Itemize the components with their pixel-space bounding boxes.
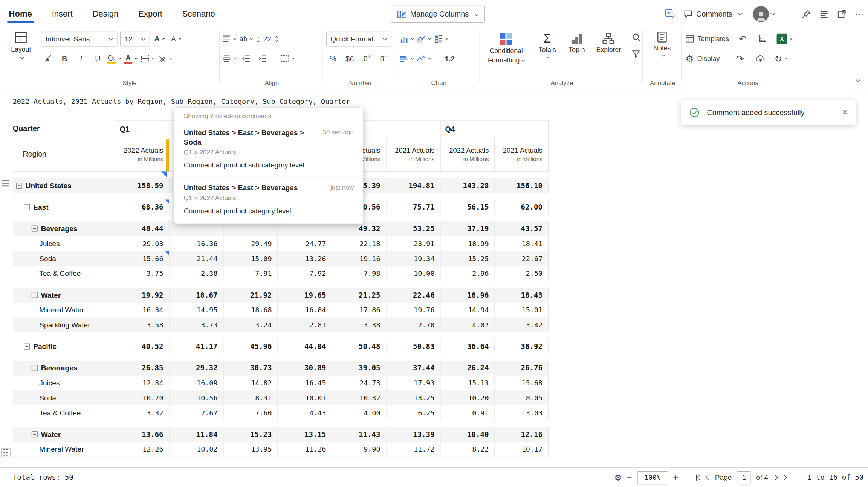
table-cell[interactable]: 37.19 — [440, 221, 494, 236]
zoom-in-button[interactable]: + — [673, 473, 678, 482]
table-cell[interactable]: 21.25 — [332, 288, 386, 303]
table-cell[interactable]: 62.00 — [494, 199, 549, 215]
table-cell[interactable] — [277, 221, 332, 236]
page-number-input[interactable]: 1 — [737, 471, 751, 484]
display-button[interactable]: ⚙ Display — [685, 52, 720, 66]
comments-button[interactable]: Comments — [683, 9, 742, 18]
currency-format-button[interactable]: $€ — [343, 52, 357, 66]
table-cell[interactable]: 3.75 — [115, 266, 169, 281]
quick-format-select[interactable]: Quick Format — [326, 31, 391, 46]
merge-cells-button[interactable] — [280, 52, 295, 66]
table-cell[interactable]: 8.31 — [223, 390, 277, 405]
table-cell[interactable]: 16.45 — [277, 376, 332, 391]
search-icon[interactable] — [632, 33, 641, 42]
menu-lines-icon[interactable] — [819, 9, 829, 18]
table-cell[interactable]: 16.09 — [169, 376, 223, 391]
column-header[interactable]: 2021 Actualsin Millions — [494, 137, 549, 171]
table-cell[interactable]: 194.81 — [386, 178, 440, 193]
totals-button[interactable]: Σ Totals — [534, 30, 561, 59]
comment-indicator-icon[interactable] — [165, 251, 169, 255]
sparkline-button[interactable] — [417, 52, 431, 66]
table-row[interactable]: Juices12.8416.0914.8216.4524.7317.9315.1… — [13, 376, 549, 391]
table-cell[interactable]: 19.92 — [115, 288, 169, 303]
table-cell[interactable]: 24.77 — [277, 236, 332, 251]
table-cell[interactable]: 50.48 — [332, 339, 386, 354]
increase-decimal-button[interactable]: .0+ — [359, 52, 373, 66]
layout-button[interactable]: Layout — [6, 29, 37, 59]
table-cell[interactable]: 13.39 — [386, 427, 440, 442]
increase-font-button[interactable]: A — [153, 32, 167, 46]
bold-button[interactable]: B — [58, 52, 72, 66]
collapse-toggle-icon[interactable] — [32, 226, 38, 232]
table-row[interactable]: Soda15.6621.4415.0913.2619.1619.3415.252… — [13, 251, 549, 266]
table-cell[interactable]: 4.00 — [332, 405, 386, 420]
table-cell[interactable]: 29.32 — [169, 361, 223, 376]
add-annotation-icon[interactable] — [665, 9, 675, 19]
next-page-button[interactable] — [773, 476, 777, 479]
decrease-indent-button[interactable] — [239, 52, 253, 66]
column-header[interactable]: 2022 Actualsin Millions — [115, 137, 169, 171]
collapse-toggle-icon[interactable] — [32, 431, 38, 437]
table-cell[interactable]: 8.22 — [440, 442, 494, 457]
table-cell[interactable]: 30.89 — [277, 361, 332, 376]
decimal-places-button[interactable]: 1.2 — [443, 52, 457, 66]
increase-indent-button[interactable] — [256, 52, 270, 66]
table-cell[interactable]: 0.91 — [440, 405, 494, 420]
table-cell[interactable]: 10.01 — [277, 390, 332, 405]
zoom-out-button[interactable]: − — [627, 473, 632, 482]
horizontal-align-button[interactable] — [223, 32, 237, 46]
templates-button[interactable]: Templates — [685, 32, 729, 46]
table-cell[interactable]: 17.86 — [332, 303, 386, 318]
table-cell[interactable]: 38.92 — [494, 339, 549, 354]
underline-button[interactable]: U — [91, 52, 105, 66]
table-cell[interactable]: 6.25 — [386, 405, 440, 420]
row-drag-handle[interactable] — [2, 180, 9, 186]
export-excel-button[interactable]: X — [777, 32, 793, 46]
table-cell[interactable]: 15.23 — [223, 427, 277, 442]
zoom-level-input[interactable]: 100% — [637, 471, 668, 484]
table-cell[interactable]: 29.03 — [115, 236, 169, 251]
table-cell[interactable]: 15.01 — [494, 303, 549, 318]
table-cell[interactable]: 44.04 — [277, 339, 332, 354]
table-cell[interactable]: 40.52 — [115, 339, 169, 354]
table-cell[interactable]: 17.93 — [386, 376, 440, 391]
pin-icon[interactable] — [802, 9, 811, 18]
table-cell[interactable]: 13.25 — [386, 390, 440, 405]
row-height-stepper[interactable] — [273, 36, 278, 41]
table-cell[interactable]: 10.40 — [440, 427, 494, 442]
table-cell[interactable]: 24.73 — [332, 376, 386, 391]
conditional-formatting-button[interactable]: Conditional Formatting — [483, 30, 530, 65]
italic-button[interactable]: I — [74, 52, 88, 66]
table-row[interactable]: Water19.9218.6721.9219.6521.2522.4618.96… — [13, 288, 549, 303]
table-cell[interactable]: 3.24 — [223, 317, 277, 332]
table-cell[interactable]: 11.72 — [386, 442, 440, 457]
table-cell[interactable]: 3.42 — [494, 317, 549, 332]
table-cell[interactable]: 36.64 — [440, 339, 494, 354]
table-cell[interactable]: 7.98 — [332, 266, 386, 281]
table-row[interactable]: Mineral Water16.3414.9518.6816.8417.8619… — [13, 303, 549, 318]
collapse-toggle-icon[interactable] — [24, 204, 30, 210]
tab-scenario[interactable]: Scenario — [182, 9, 215, 18]
table-cell[interactable]: 2.67 — [169, 405, 223, 420]
table-cell[interactable]: 22.18 — [332, 236, 386, 251]
table-cell[interactable]: 3.03 — [494, 405, 549, 420]
table-cell[interactable]: 19.65 — [277, 288, 332, 303]
table-cell[interactable]: 7.91 — [223, 266, 277, 281]
previous-page-button[interactable] — [706, 476, 710, 479]
borders-button[interactable] — [141, 52, 155, 66]
table-cell[interactable]: 12.16 — [494, 427, 549, 442]
table-cell[interactable] — [169, 221, 223, 236]
comment-item[interactable]: United States > East > Beveragesjust now… — [174, 177, 363, 223]
table-cell[interactable]: 14.82 — [223, 376, 277, 391]
cloud-upload-icon[interactable] — [753, 52, 767, 66]
table-cell[interactable]: 29.49 — [223, 236, 277, 251]
comment-indicator-icon[interactable] — [165, 199, 169, 203]
font-size-select[interactable]: 12 — [120, 31, 150, 46]
table-row[interactable]: Mineral Water12.2610.0213.9511.269.9011.… — [13, 442, 549, 457]
table-cell[interactable]: 11.26 — [277, 442, 332, 457]
table-row[interactable]: Beverages48.4449.3253.2537.1943.57 — [13, 221, 549, 236]
table-cell[interactable]: 15.09 — [223, 251, 277, 266]
table-cell[interactable]: 23.91 — [386, 236, 440, 251]
table-cell[interactable]: 16.34 — [115, 303, 169, 318]
tab-insert[interactable]: Insert — [52, 9, 73, 18]
